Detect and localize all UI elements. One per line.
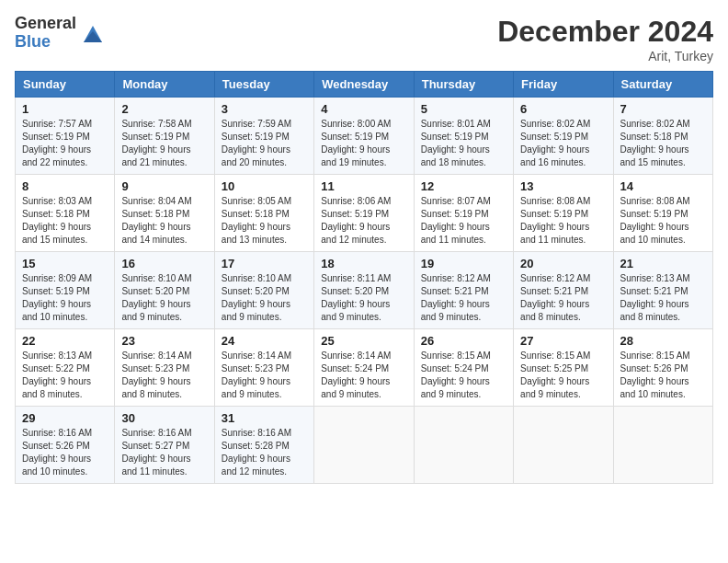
day-number: 6 xyxy=(520,102,606,116)
cell-info: Sunrise: 8:15 AMSunset: 5:25 PMDaylight:… xyxy=(520,350,590,399)
day-header-thursday: Thursday xyxy=(414,72,513,98)
calendar-cell: 8Sunrise: 8:03 AMSunset: 5:18 PMDaylight… xyxy=(16,175,115,252)
calendar-cell: 27Sunrise: 8:15 AMSunset: 5:25 PMDayligh… xyxy=(514,329,613,407)
day-number: 3 xyxy=(222,102,307,116)
day-number: 14 xyxy=(620,179,706,193)
calendar-cell: 3Sunrise: 7:59 AMSunset: 5:19 PMDaylight… xyxy=(214,98,313,175)
logo-text: General Blue xyxy=(15,15,76,52)
calendar-cell: 25Sunrise: 8:14 AMSunset: 5:24 PMDayligh… xyxy=(314,329,414,407)
day-header-friday: Friday xyxy=(514,72,613,98)
cell-info: Sunrise: 8:08 AMSunset: 5:19 PMDaylight:… xyxy=(620,196,690,245)
calendar-cell: 26Sunrise: 8:15 AMSunset: 5:24 PMDayligh… xyxy=(414,329,513,407)
month-title: December 2024 xyxy=(497,15,713,49)
calendar-cell: 13Sunrise: 8:08 AMSunset: 5:19 PMDayligh… xyxy=(514,175,613,252)
cell-info: Sunrise: 8:11 AMSunset: 5:20 PMDaylight:… xyxy=(321,273,391,322)
week-row-3: 15Sunrise: 8:09 AMSunset: 5:19 PMDayligh… xyxy=(16,252,713,329)
calendar-cell: 11Sunrise: 8:06 AMSunset: 5:19 PMDayligh… xyxy=(314,175,414,252)
day-number: 16 xyxy=(121,257,207,270)
cell-info: Sunrise: 8:02 AMSunset: 5:18 PMDaylight:… xyxy=(620,119,690,167)
cell-info: Sunrise: 8:14 AMSunset: 5:23 PMDaylight:… xyxy=(222,350,291,399)
page-header: General Blue December 2024 Arit, Turkey xyxy=(15,15,713,63)
calendar-cell xyxy=(514,407,613,484)
day-number: 8 xyxy=(22,179,108,193)
cell-info: Sunrise: 8:14 AMSunset: 5:23 PMDaylight:… xyxy=(121,350,191,399)
cell-info: Sunrise: 8:10 AMSunset: 5:20 PMDaylight:… xyxy=(222,273,291,322)
day-header-wednesday: Wednesday xyxy=(314,72,414,98)
calendar-cell: 10Sunrise: 8:05 AMSunset: 5:18 PMDayligh… xyxy=(214,175,313,252)
cell-info: Sunrise: 8:07 AMSunset: 5:19 PMDaylight:… xyxy=(421,196,491,245)
day-header-sunday: Sunday xyxy=(16,72,115,98)
cell-info: Sunrise: 8:09 AMSunset: 5:19 PMDaylight:… xyxy=(22,273,92,322)
calendar-cell xyxy=(613,407,712,484)
calendar-cell: 16Sunrise: 8:10 AMSunset: 5:20 PMDayligh… xyxy=(115,252,214,329)
day-number: 23 xyxy=(121,334,207,348)
calendar-cell: 19Sunrise: 8:12 AMSunset: 5:21 PMDayligh… xyxy=(414,252,513,329)
day-number: 9 xyxy=(121,179,207,193)
day-number: 18 xyxy=(321,257,406,270)
calendar-cell: 17Sunrise: 8:10 AMSunset: 5:20 PMDayligh… xyxy=(214,252,313,329)
day-number: 22 xyxy=(22,334,108,348)
calendar-table: SundayMondayTuesdayWednesdayThursdayFrid… xyxy=(15,71,713,484)
week-row-1: 1Sunrise: 7:57 AMSunset: 5:19 PMDaylight… xyxy=(16,98,713,175)
calendar-cell: 7Sunrise: 8:02 AMSunset: 5:18 PMDaylight… xyxy=(613,98,712,175)
day-number: 10 xyxy=(222,179,307,193)
calendar-cell: 4Sunrise: 8:00 AMSunset: 5:19 PMDaylight… xyxy=(314,98,414,175)
calendar-cell: 30Sunrise: 8:16 AMSunset: 5:27 PMDayligh… xyxy=(115,407,214,484)
week-row-4: 22Sunrise: 8:13 AMSunset: 5:22 PMDayligh… xyxy=(16,329,713,407)
week-row-2: 8Sunrise: 8:03 AMSunset: 5:18 PMDaylight… xyxy=(16,175,713,252)
cell-info: Sunrise: 8:03 AMSunset: 5:18 PMDaylight:… xyxy=(22,196,92,245)
logo-icon xyxy=(80,20,106,46)
day-number: 29 xyxy=(22,411,108,425)
cell-info: Sunrise: 8:13 AMSunset: 5:21 PMDaylight:… xyxy=(620,273,690,322)
day-number: 4 xyxy=(321,102,406,116)
calendar-cell: 23Sunrise: 8:14 AMSunset: 5:23 PMDayligh… xyxy=(115,329,214,407)
cell-info: Sunrise: 8:16 AMSunset: 5:26 PMDaylight:… xyxy=(22,428,92,477)
calendar-cell: 5Sunrise: 8:01 AMSunset: 5:19 PMDaylight… xyxy=(414,98,513,175)
day-number: 28 xyxy=(620,334,706,348)
cell-info: Sunrise: 8:12 AMSunset: 5:21 PMDaylight:… xyxy=(520,273,590,322)
calendar-cell: 9Sunrise: 8:04 AMSunset: 5:18 PMDaylight… xyxy=(115,175,214,252)
cell-info: Sunrise: 7:59 AMSunset: 5:19 PMDaylight:… xyxy=(222,119,291,167)
calendar-cell xyxy=(314,407,414,484)
day-number: 5 xyxy=(421,102,506,116)
cell-info: Sunrise: 8:05 AMSunset: 5:18 PMDaylight:… xyxy=(222,196,291,245)
logo-blue: Blue xyxy=(15,33,76,52)
cell-info: Sunrise: 8:06 AMSunset: 5:19 PMDaylight:… xyxy=(321,196,391,245)
day-number: 17 xyxy=(222,257,307,270)
day-number: 11 xyxy=(321,179,406,193)
day-number: 26 xyxy=(421,334,506,348)
calendar-cell: 1Sunrise: 7:57 AMSunset: 5:19 PMDaylight… xyxy=(16,98,115,175)
cell-info: Sunrise: 8:15 AMSunset: 5:24 PMDaylight:… xyxy=(421,350,491,399)
day-number: 30 xyxy=(121,411,207,425)
calendar-cell: 14Sunrise: 8:08 AMSunset: 5:19 PMDayligh… xyxy=(613,175,712,252)
cell-info: Sunrise: 8:16 AMSunset: 5:28 PMDaylight:… xyxy=(222,428,291,477)
calendar-cell xyxy=(414,407,513,484)
cell-info: Sunrise: 8:13 AMSunset: 5:22 PMDaylight:… xyxy=(22,350,92,399)
calendar-cell: 22Sunrise: 8:13 AMSunset: 5:22 PMDayligh… xyxy=(16,329,115,407)
calendar-cell: 20Sunrise: 8:12 AMSunset: 5:21 PMDayligh… xyxy=(514,252,613,329)
day-number: 15 xyxy=(22,257,108,270)
location: Arit, Turkey xyxy=(497,49,713,63)
day-number: 1 xyxy=(22,102,108,116)
title-section: December 2024 Arit, Turkey xyxy=(497,15,713,63)
calendar-cell: 31Sunrise: 8:16 AMSunset: 5:28 PMDayligh… xyxy=(214,407,313,484)
week-row-5: 29Sunrise: 8:16 AMSunset: 5:26 PMDayligh… xyxy=(16,407,713,484)
day-number: 24 xyxy=(222,334,307,348)
calendar-cell: 6Sunrise: 8:02 AMSunset: 5:19 PMDaylight… xyxy=(514,98,613,175)
day-number: 25 xyxy=(321,334,406,348)
cell-info: Sunrise: 8:04 AMSunset: 5:18 PMDaylight:… xyxy=(121,196,191,245)
logo-general: General xyxy=(15,15,76,33)
cell-info: Sunrise: 8:14 AMSunset: 5:24 PMDaylight:… xyxy=(321,350,391,399)
cell-info: Sunrise: 8:15 AMSunset: 5:26 PMDaylight:… xyxy=(620,350,690,399)
calendar-cell: 2Sunrise: 7:58 AMSunset: 5:19 PMDaylight… xyxy=(115,98,214,175)
cell-info: Sunrise: 8:00 AMSunset: 5:19 PMDaylight:… xyxy=(321,119,391,167)
calendar-cell: 24Sunrise: 8:14 AMSunset: 5:23 PMDayligh… xyxy=(214,329,313,407)
calendar-cell: 29Sunrise: 8:16 AMSunset: 5:26 PMDayligh… xyxy=(16,407,115,484)
day-number: 31 xyxy=(222,411,307,425)
day-header-saturday: Saturday xyxy=(613,72,712,98)
day-number: 21 xyxy=(620,257,706,270)
day-number: 20 xyxy=(520,257,606,270)
day-number: 27 xyxy=(520,334,606,348)
day-number: 13 xyxy=(520,179,606,193)
day-number: 12 xyxy=(421,179,506,193)
